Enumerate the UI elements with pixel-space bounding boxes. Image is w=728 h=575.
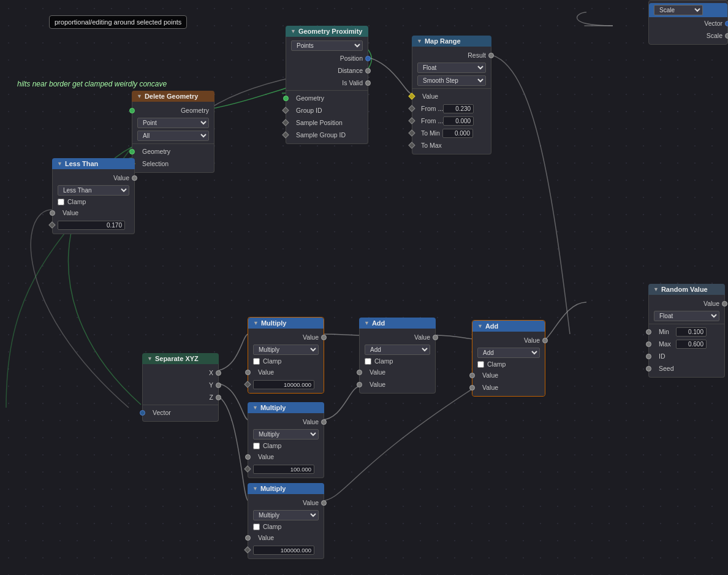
add1-header[interactable]: ▼ Add: [359, 318, 436, 329]
socket-a2-value2-in[interactable]: [469, 385, 475, 390]
random-value-node: ▼ Random Value Value Float Min Max: [648, 284, 725, 378]
socket-gp-samplegroupid-in[interactable]: [282, 131, 289, 138]
socket-gp-isvalid-out[interactable]: [365, 80, 371, 86]
socket-m1-value-in[interactable]: [245, 370, 251, 375]
m1-val-input[interactable]: [253, 380, 314, 389]
rv-max-input[interactable]: [676, 340, 707, 349]
m2-value-in-row: Value: [248, 451, 324, 463]
socket-mr-value-in[interactable]: [408, 93, 415, 99]
m1-dropdown-row: Multiply: [248, 343, 324, 356]
socket-rv-value-out[interactable]: [722, 301, 727, 307]
socket-dg-geometry-in[interactable]: [129, 108, 135, 113]
socket-sxyz-x-out[interactable]: [216, 370, 221, 376]
lt-thresh-input[interactable]: [58, 221, 125, 230]
multiply1-header[interactable]: ▼ Multiply: [248, 318, 324, 329]
socket-mr-tomin-in[interactable]: [408, 129, 415, 136]
socket-sxyz-z-out[interactable]: [216, 395, 221, 400]
rv-float-row: Float: [649, 310, 724, 322]
m3-val-input[interactable]: [253, 546, 314, 555]
m1-val-row: [248, 378, 324, 390]
socket-a1-value1-in[interactable]: [357, 370, 362, 375]
multiply2-header[interactable]: ▼ Multiply: [248, 402, 324, 413]
lt-clamp-row: Clamp: [53, 197, 134, 207]
mr-from1-input[interactable]: [443, 104, 474, 113]
socket-rv-max-in[interactable]: [646, 341, 651, 347]
m3-clamp-checkbox[interactable]: [253, 524, 260, 530]
map-range-header[interactable]: ▼ Map Range: [412, 36, 491, 47]
lt-type-dropdown[interactable]: Less Than: [58, 185, 129, 196]
socket-sxyz-y-out[interactable]: [216, 383, 221, 388]
socket-gp-samplepos-in[interactable]: [282, 119, 289, 126]
add2-header[interactable]: ▼ Add: [472, 321, 545, 332]
socket-m3-val-in[interactable]: [244, 546, 251, 553]
a2-type-dropdown[interactable]: Add: [477, 348, 540, 358]
mr-from2-input[interactable]: [443, 116, 474, 126]
socket-lt-thresh-in[interactable]: [48, 221, 55, 228]
m2-val-row: [248, 463, 324, 475]
mr-interpolation-dropdown[interactable]: Smooth Step: [417, 75, 486, 86]
socket-a1-value2-in[interactable]: [357, 382, 362, 387]
geometry-proximity-header[interactable]: ▼ Geometry Proximity: [286, 26, 368, 37]
socket-mr-from2-in[interactable]: [408, 117, 415, 124]
gp-geometry-in-row: Geometry: [286, 92, 368, 104]
socket-a1-value-out[interactable]: [433, 335, 438, 340]
socket-scale-scale-out[interactable]: [725, 33, 728, 39]
separate-xyz-header[interactable]: ▼ Separate XYZ: [142, 353, 219, 364]
gp-distance-row: Distance: [286, 64, 368, 77]
delete-geometry-header[interactable]: ▼ Delete Geometry: [132, 91, 214, 102]
less-than-header[interactable]: ▼ Less Than: [52, 158, 135, 169]
socket-a2-value1-in[interactable]: [469, 373, 475, 378]
m1-clamp-row: Clamp: [248, 356, 324, 366]
socket-m1-value-out[interactable]: [321, 335, 327, 340]
m1-clamp-checkbox[interactable]: [253, 358, 260, 365]
socket-lt-value-in[interactable]: [50, 210, 55, 216]
m2-clamp-checkbox[interactable]: [253, 443, 260, 449]
gp-samplepos-in-row: Sample Position: [286, 116, 368, 129]
a1-value-in1-row: Value: [360, 366, 435, 378]
socket-m2-value-in[interactable]: [245, 454, 251, 460]
socket-gp-groupid-in[interactable]: [282, 107, 289, 113]
dg-point-dropdown[interactable]: Point: [137, 118, 209, 128]
socket-gp-position-out[interactable]: [365, 56, 371, 61]
socket-dg-geometry-out[interactable]: [129, 149, 135, 154]
socket-rv-id-in[interactable]: [646, 354, 651, 359]
rv-float-dropdown[interactable]: Float: [654, 311, 719, 321]
socket-m2-val-in[interactable]: [244, 465, 251, 472]
lt-clamp-checkbox[interactable]: [58, 199, 64, 205]
multiply3-header[interactable]: ▼ Multiply: [248, 483, 324, 494]
rv-min-input[interactable]: [676, 327, 707, 337]
socket-m1-val-in[interactable]: [244, 381, 251, 387]
m1-type-dropdown[interactable]: Multiply: [253, 345, 319, 355]
socket-mr-from1-in[interactable]: [408, 105, 415, 112]
socket-sxyz-vector-in[interactable]: [140, 410, 145, 416]
mr-float-dropdown[interactable]: Float: [417, 63, 486, 73]
gp-points-dropdown[interactable]: Points: [291, 40, 363, 51]
socket-m3-value-out[interactable]: [321, 500, 327, 506]
m3-dropdown-row: Multiply: [248, 509, 324, 522]
socket-m3-value-in[interactable]: [245, 535, 251, 541]
a1-clamp-checkbox[interactable]: [365, 358, 371, 365]
socket-rv-min-in[interactable]: [646, 329, 651, 335]
socket-gp-geometry-in[interactable]: [283, 96, 289, 101]
a2-value-in1-row: Value: [472, 369, 545, 381]
socket-a2-value-out[interactable]: [542, 338, 548, 343]
socket-mr-result-out[interactable]: [488, 53, 494, 58]
socket-rv-seed-in[interactable]: [646, 366, 651, 371]
socket-m2-value-out[interactable]: [321, 419, 327, 425]
random-value-header[interactable]: ▼ Random Value: [648, 284, 725, 295]
socket-lt-value-out[interactable]: [132, 175, 137, 181]
node-editor-canvas[interactable]: proportional/editing around selected poi…: [0, 0, 728, 575]
m2-type-dropdown[interactable]: Multiply: [253, 429, 319, 440]
m3-type-dropdown[interactable]: Multiply: [253, 510, 319, 520]
dg-all-dropdown[interactable]: All: [137, 131, 209, 141]
scale-dropdown[interactable]: Scale: [654, 5, 703, 15]
socket-scale-vector-out[interactable]: [725, 21, 728, 26]
m2-val-input[interactable]: [253, 465, 314, 474]
annotation-hilts: hilts near border get clamped weirdly co…: [17, 80, 167, 88]
tooltip-proportional: proportional/editing around selected poi…: [49, 15, 187, 29]
socket-mr-tomax-in[interactable]: [408, 142, 415, 148]
socket-gp-distance-out[interactable]: [365, 68, 371, 74]
a2-clamp-checkbox[interactable]: [477, 361, 484, 368]
a1-type-dropdown[interactable]: Add: [365, 345, 430, 355]
mr-tomin-input[interactable]: [442, 129, 473, 138]
